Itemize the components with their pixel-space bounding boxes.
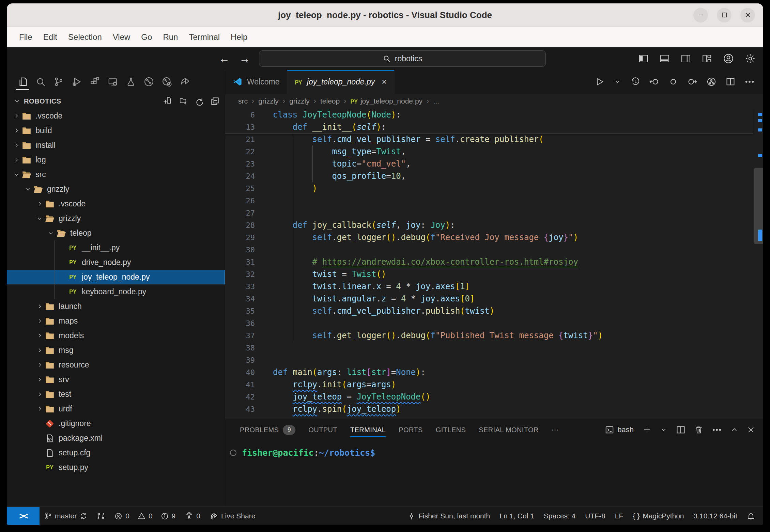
activity-circle-branch-a-icon[interactable] <box>159 73 174 91</box>
menu-item-help[interactable]: Help <box>225 32 253 42</box>
layout-panel-icon[interactable] <box>660 53 670 64</box>
maximize-button[interactable] <box>717 8 732 22</box>
tree-item--vscode[interactable]: .vscode <box>7 109 225 123</box>
tree-item-joy-teleop-node-py[interactable]: PYjoy_teleop_node.py <box>7 270 225 284</box>
close-tab-icon[interactable]: × <box>382 77 387 87</box>
terminal-dropdown-icon[interactable] <box>660 426 667 433</box>
split-editor-icon[interactable] <box>726 77 735 87</box>
maximize-panel-icon[interactable] <box>730 426 738 434</box>
close-panel-icon[interactable] <box>747 426 755 434</box>
activity-extensions-icon[interactable] <box>87 73 102 91</box>
activity-explorer-icon[interactable] <box>15 73 30 91</box>
branch-status[interactable]: master <box>40 507 92 525</box>
activity-remote-explorer-icon[interactable] <box>105 73 120 91</box>
split-terminal-icon[interactable] <box>676 425 686 435</box>
tree-item-keyboard-node-py[interactable]: PYkeyboard_node.py <box>7 284 225 299</box>
activity-search-icon[interactable] <box>33 73 48 91</box>
minimize-button[interactable] <box>693 8 708 22</box>
tree-item--init-py[interactable]: PY__init__.py <box>7 240 225 255</box>
tab-joy-teleop-node-py[interactable]: PYjoy_teleop_node.py× <box>287 70 395 94</box>
menu-item-selection[interactable]: Selection <box>63 32 107 42</box>
menu-item-edit[interactable]: Edit <box>38 32 63 42</box>
next-change-icon[interactable] <box>688 77 697 87</box>
tree-item-teleop[interactable]: teleop <box>7 226 225 240</box>
panel-tab-ports[interactable]: PORTS <box>392 419 429 440</box>
collapse-all-icon[interactable] <box>211 97 219 106</box>
command-decoration-icon[interactable] <box>230 450 236 456</box>
tree-item-log[interactable]: log <box>7 153 225 167</box>
close-button[interactable] <box>740 8 755 22</box>
go-forward-icon[interactable]: → <box>239 52 250 65</box>
shell-selector[interactable]: bash <box>605 425 634 434</box>
commit-status[interactable]: Fisher Sun, last month <box>403 507 495 525</box>
run-icon[interactable] <box>595 77 604 87</box>
problems-status[interactable]: 0 0 9 <box>110 507 180 525</box>
tree-item-package-xml[interactable]: package.xml <box>7 431 225 445</box>
python-interpreter[interactable]: 3.10.12 64-bit <box>689 507 742 525</box>
broadcast-status[interactable]: 0 <box>180 507 205 525</box>
activity-live-share-icon[interactable] <box>178 73 192 91</box>
menu-item-view[interactable]: View <box>107 32 136 42</box>
tree-item-install[interactable]: install <box>7 138 225 153</box>
tree-item-srv[interactable]: srv <box>7 372 225 387</box>
live-share-status[interactable]: Live Share <box>205 507 260 525</box>
breadcrumb-item[interactable]: grizzly <box>289 97 310 105</box>
activity-testing-icon[interactable] <box>123 73 138 91</box>
panel-tab-problems[interactable]: PROBLEMS9 <box>233 419 302 440</box>
layout-sidebar-right-icon[interactable] <box>681 53 691 64</box>
settings-gear-icon[interactable] <box>745 53 756 64</box>
panel-tab-gitlens[interactable]: GITLENS <box>429 419 472 440</box>
activity-circle-branch-icon[interactable] <box>141 73 156 91</box>
menu-item-run[interactable]: Run <box>157 32 183 42</box>
breadcrumb-item[interactable]: src <box>238 97 248 105</box>
activity-run-debug-icon[interactable] <box>69 73 84 91</box>
tree-item-models[interactable]: models <box>7 328 225 343</box>
menu-item-file[interactable]: File <box>14 32 38 42</box>
tree-item-resource[interactable]: resource <box>7 358 225 372</box>
more-actions-icon[interactable] <box>712 425 722 435</box>
eol-status[interactable]: LF <box>610 507 628 525</box>
panel-tab--[interactable]: ⋯ <box>545 419 565 440</box>
new-folder-icon[interactable] <box>179 97 188 106</box>
indentation-status[interactable]: Spaces: 4 <box>539 507 580 525</box>
account-icon[interactable] <box>723 53 734 64</box>
panel-tab-terminal[interactable]: TERMINAL <box>344 419 392 440</box>
activity-source-control-icon[interactable] <box>51 73 66 91</box>
terminal[interactable]: fisher@pacific:~/robotics$ <box>225 440 763 506</box>
remote-indicator[interactable]: >< <box>7 507 40 525</box>
change-icon[interactable] <box>668 77 678 87</box>
layout-sidebar-left-icon[interactable] <box>638 53 649 64</box>
tree-item-drive-node-py[interactable]: PYdrive_node.py <box>7 255 225 270</box>
panel-tab-output[interactable]: OUTPUT <box>302 419 344 440</box>
tree-item-src[interactable]: src <box>7 167 225 182</box>
tree-item-grizzly[interactable]: grizzly <box>7 211 225 226</box>
kill-terminal-icon[interactable] <box>694 425 703 434</box>
menu-item-go[interactable]: Go <box>136 32 157 42</box>
cursor-position[interactable]: Ln 1, Col 1 <box>495 507 539 525</box>
go-back-icon[interactable]: ← <box>219 52 230 65</box>
tree-item-maps[interactable]: maps <box>7 314 225 328</box>
tree-item-test[interactable]: test <box>7 387 225 402</box>
tree-item--gitignore[interactable]: .gitignore <box>7 416 225 431</box>
tree-item-launch[interactable]: launch <box>7 299 225 314</box>
tab-Welcome[interactable]: Welcome <box>225 70 287 94</box>
panel-tab-serial-monitor[interactable]: SERIAL MONITOR <box>472 419 545 440</box>
tree-item-msg[interactable]: msg <box>7 343 225 358</box>
tree-item-setup-cfg[interactable]: setup.cfg <box>7 445 225 460</box>
menu-item-terminal[interactable]: Terminal <box>183 32 225 42</box>
code-editor[interactable]: 21 self.cmd_vel_publisher = self.create_… <box>225 109 763 419</box>
command-center[interactable]: robotics <box>259 50 546 67</box>
tree-item-setup-py[interactable]: PYsetup.py <box>7 460 225 475</box>
tree-item-grizzly[interactable]: grizzly <box>7 182 225 197</box>
tree-item-build[interactable]: build <box>7 123 225 138</box>
history-icon[interactable] <box>630 77 640 87</box>
new-terminal-icon[interactable] <box>643 425 651 434</box>
encoding-status[interactable]: UTF-8 <box>580 507 610 525</box>
explorer-header[interactable]: ROBOTICS <box>7 94 225 109</box>
customize-layout-icon[interactable] <box>702 53 712 64</box>
refresh-icon[interactable] <box>195 97 204 106</box>
dropdown-icon[interactable] <box>614 78 621 85</box>
tree-item--vscode[interactable]: .vscode <box>7 197 225 211</box>
new-file-icon[interactable] <box>164 97 172 106</box>
breadcrumb-item[interactable]: ... <box>433 97 439 105</box>
